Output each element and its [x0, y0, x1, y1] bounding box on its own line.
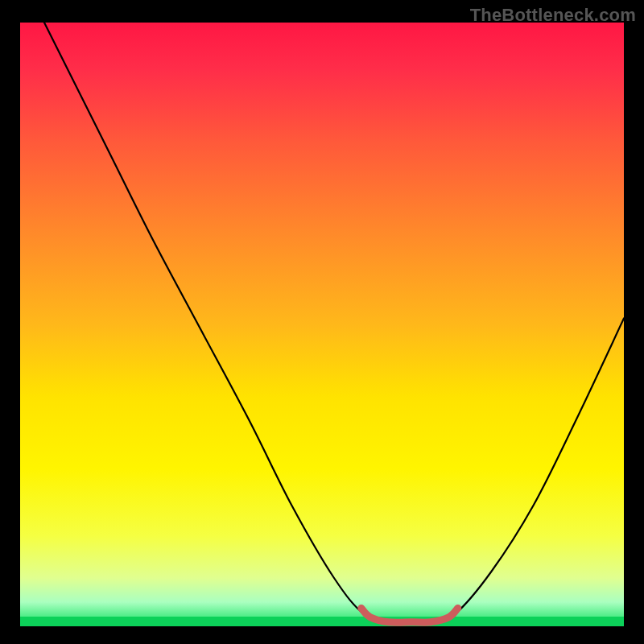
- gradient-background: [20, 23, 624, 626]
- chart-svg: [20, 23, 624, 626]
- watermark-text: TheBottleneck.com: [470, 5, 636, 26]
- chart-frame: TheBottleneck.com: [0, 0, 644, 644]
- plot-area: [20, 23, 624, 626]
- baseline-band: [20, 617, 624, 626]
